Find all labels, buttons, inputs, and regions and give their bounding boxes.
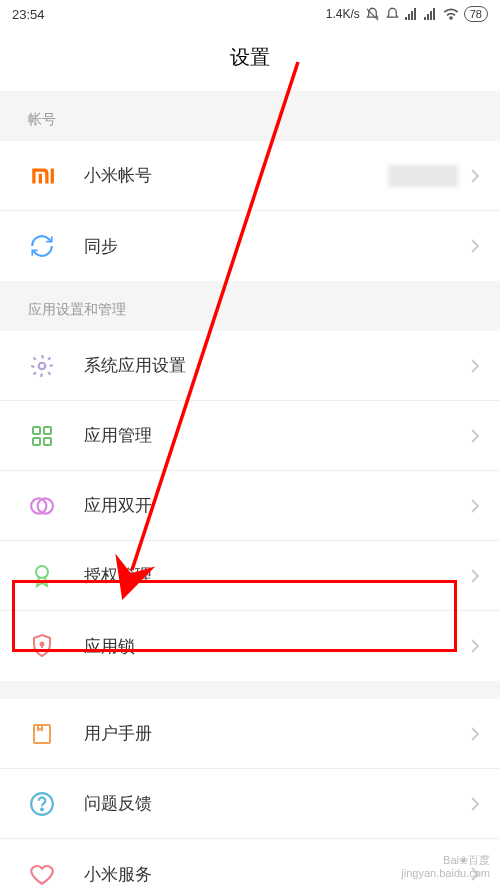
svg-rect-8 [433,8,435,20]
signal-icon [405,8,419,20]
list-item-app-manage[interactable]: 应用管理 [0,401,500,471]
list-item-mi-account[interactable]: 小米帐号 [0,141,500,211]
watermark-line2: jingyan.baidu.com [401,867,490,880]
svg-rect-6 [427,14,429,20]
list-label: 小米帐号 [84,164,388,187]
chevron-right-icon [470,428,480,444]
list-label: 用户手册 [84,722,470,745]
medal-icon [28,562,56,590]
svg-rect-2 [408,14,410,20]
wifi-icon [443,8,459,20]
signal-icon-2 [424,8,438,20]
status-bar: 23:54 1.4K/s 78 [0,0,500,28]
list-group-apps: 系统应用设置 应用管理 应用双开 授权管理 应用锁 [0,331,500,681]
svg-rect-14 [44,438,51,445]
question-icon [28,790,56,818]
list-label: 问题反馈 [84,792,470,815]
list-label: 系统应用设置 [84,354,470,377]
svg-rect-12 [44,427,51,434]
chevron-right-icon [470,498,480,514]
status-time: 23:54 [12,7,45,22]
svg-rect-7 [430,11,432,20]
svg-point-10 [39,362,46,369]
list-item-feedback[interactable]: 问题反馈 [0,769,500,839]
list-label: 应用锁 [84,635,470,658]
list-label: 应用管理 [84,424,470,447]
svg-point-9 [450,17,452,19]
svg-rect-13 [33,438,40,445]
list-label: 授权管理 [84,564,470,587]
list-item-dual-apps[interactable]: 应用双开 [0,471,500,541]
watermark: Bai❀百度 jingyan.baidu.com [401,854,490,880]
svg-point-18 [41,643,44,646]
list-group-account: 小米帐号 同步 [0,141,500,281]
shield-lock-icon [28,632,56,660]
sync-icon [28,232,56,260]
page-title: 设置 [0,28,500,91]
list-label: 同步 [84,235,470,258]
heart-icon [28,860,56,886]
book-icon [28,720,56,748]
svg-rect-5 [424,17,426,20]
list-item-app-lock[interactable]: 应用锁 [0,611,500,681]
chevron-right-icon [470,168,480,184]
list-item-sync[interactable]: 同步 [0,211,500,281]
grid-icon [28,422,56,450]
list-item-system-apps[interactable]: 系统应用设置 [0,331,500,401]
svg-point-17 [36,566,48,578]
gear-icon [28,352,56,380]
section-header-account: 帐号 [0,91,500,141]
list-item-manual[interactable]: 用户手册 [0,699,500,769]
chevron-right-icon [470,238,480,254]
list-label: 应用双开 [84,494,470,517]
section-header-apps: 应用设置和管理 [0,281,500,331]
dnd-icon [365,7,380,22]
svg-rect-4 [414,8,416,20]
chevron-right-icon [470,568,480,584]
svg-point-22 [41,808,43,810]
list-item-permissions[interactable]: 授权管理 [0,541,500,611]
watermark-line1: Bai❀百度 [401,854,490,867]
battery-level: 78 [464,6,488,22]
svg-rect-11 [33,427,40,434]
dual-circle-icon [28,492,56,520]
chevron-right-icon [470,638,480,654]
chevron-right-icon [470,796,480,812]
account-value-blurred [388,165,458,187]
svg-rect-3 [411,11,413,20]
network-speed: 1.4K/s [326,7,360,21]
status-right: 1.4K/s 78 [45,6,488,22]
mi-logo-icon [28,162,56,190]
chevron-right-icon [470,358,480,374]
bell-icon [385,7,400,22]
chevron-right-icon [470,726,480,742]
svg-rect-1 [405,17,407,20]
